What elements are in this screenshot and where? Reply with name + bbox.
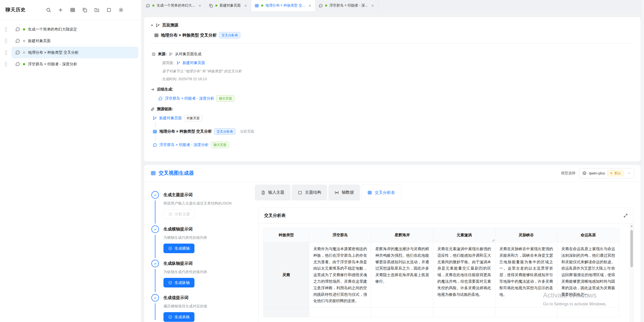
generate-x-axis-button[interactable]: 生成横轴 (163, 244, 194, 253)
status-dot (23, 40, 25, 42)
table-row: 灵裔 灵裔作为与魔法本源紧密相连的种族，他们在浮空群岛上的存在尤为显著。由于浮空… (263, 242, 619, 308)
settings-gear-icon[interactable] (118, 7, 124, 13)
tab-label: 输入主题 (268, 190, 284, 195)
button-label: 生成表格 (175, 315, 190, 319)
drag-handle-icon[interactable] (0, 50, 12, 55)
page-tab-4[interactable]: 浮空群岛 × 织能者 - 深... (315, 0, 378, 11)
link-icon (151, 107, 155, 111)
scrollbar-thumb[interactable] (630, 230, 633, 267)
step-generate-y-axis: 生成纵轴提示词 为纵轴生成代表性的值列表 生成纵轴 (151, 260, 244, 294)
resize-handle[interactable] (492, 239, 494, 241)
status-dot (325, 5, 327, 7)
git-branch-icon (156, 23, 160, 27)
sidebar-item-chat-2[interactable]: 新建对象页面 (12, 35, 138, 47)
status-dot (23, 51, 25, 54)
tab-input-topic[interactable]: 输入主题 (255, 185, 290, 200)
generator-header: 交叉视图生成器 模型选择: qwen-plus 默认 (144, 165, 641, 182)
page-type-badge: 聊天页面 (216, 95, 234, 102)
status-dot (261, 5, 263, 7)
sidebar-item-chat-3-selected[interactable]: 地理分布 × 种族类型 交叉分析 (12, 47, 138, 58)
page-tab-label: 新建对象页面 (220, 3, 241, 8)
source-page-link[interactable]: 新建对象页面 (183, 61, 205, 65)
copy-pages-icon (209, 4, 213, 8)
chain-connector (155, 122, 156, 127)
maximize-icon[interactable] (106, 7, 112, 13)
page-scrollbar[interactable] (641, 0, 644, 322)
chevron-down-icon (627, 171, 631, 175)
column-header[interactable]: 灵脉峡谷 (495, 228, 557, 242)
step-title: 生成纵轴提示词 (163, 261, 207, 266)
chat-bubble-icon (15, 27, 20, 32)
trace-section-header[interactable]: 页面溯源 (151, 23, 634, 28)
sidebar-header: 聊天历史 (0, 0, 141, 20)
analyze-topic-button[interactable]: 分析主题 (163, 209, 195, 219)
chain-item-3: 浮空群岛 × 织能者 - 深度分析 聊天页面 (153, 142, 634, 148)
tab-label: 轴数据 (342, 190, 354, 195)
table-cell: 灵裔作为与魔法本源紧密相连的种族，他们在浮空群岛上的存在尤为显著。由于浮空群岛本… (309, 242, 371, 308)
column-header[interactable]: 命运高原 (557, 228, 619, 242)
play-circle-icon (168, 212, 173, 216)
step-desc: 遍历横轴项目生成对应的值 (163, 304, 207, 309)
cross-table-icon (151, 170, 156, 176)
collapse-caret-icon[interactable] (151, 24, 153, 27)
next-page-link[interactable]: 浮空群岛 × 织能者 - 深度分析 (165, 96, 214, 101)
close-icon[interactable] (371, 4, 374, 7)
generate-y-axis-button[interactable]: 生成纵轴 (163, 278, 194, 287)
drag-handle-icon[interactable] (0, 38, 12, 44)
page-tab-3-active[interactable]: 地理分布 × 种族类型 交... (251, 0, 315, 11)
copy-pages-icon[interactable] (82, 7, 87, 13)
model-select[interactable]: qwen-plus 默认 (579, 168, 634, 178)
chain-page-link[interactable]: 浮空群岛 × 织能者 - 深度分析 (159, 142, 209, 147)
sidebar-item-chat-1[interactable]: 生成一个简单的奇幻大陆设定 (12, 23, 138, 35)
table-card-title: 交叉分析表 (264, 213, 286, 218)
new-chat-icon[interactable] (58, 7, 63, 13)
table-row-partial (263, 308, 619, 317)
step-analyze-topic: 生成主题提示词 根据用户输入主题生成交叉表结构的JSON 分析主题 (151, 191, 244, 225)
divider (151, 43, 634, 44)
step-desc: 为横轴生成代表性的值列表 (163, 235, 207, 240)
generate-table-button[interactable]: 生成表格 (163, 312, 194, 322)
sidebar-item-label: 生成一个简单的奇幻大陆设定 (28, 27, 77, 32)
table-cell: 灵裔在命运高原上展现出与命运法则深刻的共鸣，他们通过冥想和灵能仪式来解读命运的轨… (557, 242, 619, 308)
close-icon[interactable] (244, 4, 247, 7)
git-branch-icon (153, 116, 157, 120)
page-tab-2[interactable]: 新建对象页面 (205, 0, 251, 11)
chain-page-link[interactable]: 新建对象页面 (159, 116, 182, 121)
scroll-up-arrow-icon[interactable] (631, 225, 633, 227)
drag-handle-icon[interactable] (0, 26, 12, 32)
step-title: 生成值提示词 (163, 295, 207, 301)
column-header-label: 元素漩涡 (457, 233, 472, 237)
document-icon (261, 190, 265, 195)
sidebar-item-chat-4[interactable]: 浮空群岛 × 织能者 - 深度分析 (12, 58, 138, 70)
tab-topic-structure[interactable]: 主题结构 (292, 185, 327, 200)
close-icon[interactable] (308, 4, 312, 7)
trace-note: 基于对象节点 "地理分布" 和 "种族类型" 的交叉分析 (162, 69, 634, 74)
close-icon[interactable] (198, 4, 201, 7)
tab-cross-table-active[interactable]: 交叉分析表 (361, 185, 401, 200)
model-default-badge: 默认 (607, 170, 624, 176)
column-header[interactable]: 星辉海岸 (371, 228, 433, 242)
table-view-icon[interactable] (70, 7, 75, 13)
sidebar-item-label: 地理分布 × 种族类型 交叉分析 (28, 50, 79, 55)
chain-page-title: 地理分布 × 种族类型 交叉分析 (159, 129, 212, 134)
folder-plus-icon[interactable] (94, 7, 99, 13)
page-tab-1[interactable]: 生成一个简单的奇幻大... (142, 0, 205, 11)
arrow-right-icon (151, 87, 155, 92)
table-scrollbar[interactable] (630, 223, 633, 322)
expand-icon[interactable] (623, 213, 628, 218)
column-header[interactable]: 浮空群岛 (309, 228, 371, 242)
table-cell: 灵裔在灵脉峡谷中展现出更强的灵能亲和力，因峡谷本身是艾瑟兰地脉能量最为集中的区域… (495, 242, 557, 308)
column-header[interactable]: 元素漩涡 (433, 228, 495, 242)
tab-axis-data[interactable]: 轴数据 (328, 185, 360, 200)
current-page-label: 当前页面 (240, 129, 254, 134)
trace-page-title: 地理分布 × 种族类型 交叉分析 (161, 33, 217, 38)
git-branch-icon (169, 52, 173, 56)
axis-icon (334, 190, 339, 195)
chain-item-2-current: 地理分布 × 种族类型 交叉分析 交叉分析表 当前页面 (153, 128, 634, 135)
play-circle-icon (168, 246, 172, 250)
cross-view-generator: 交叉视图生成器 模型选择: qwen-plus 默认 (144, 165, 641, 322)
step-desc: 为纵轴生成代表性的值列表 (163, 270, 207, 274)
page-tab-label: 地理分布 × 种族类型 交... (265, 3, 305, 8)
drag-handle-icon[interactable] (0, 61, 12, 67)
search-icon[interactable] (46, 7, 51, 13)
